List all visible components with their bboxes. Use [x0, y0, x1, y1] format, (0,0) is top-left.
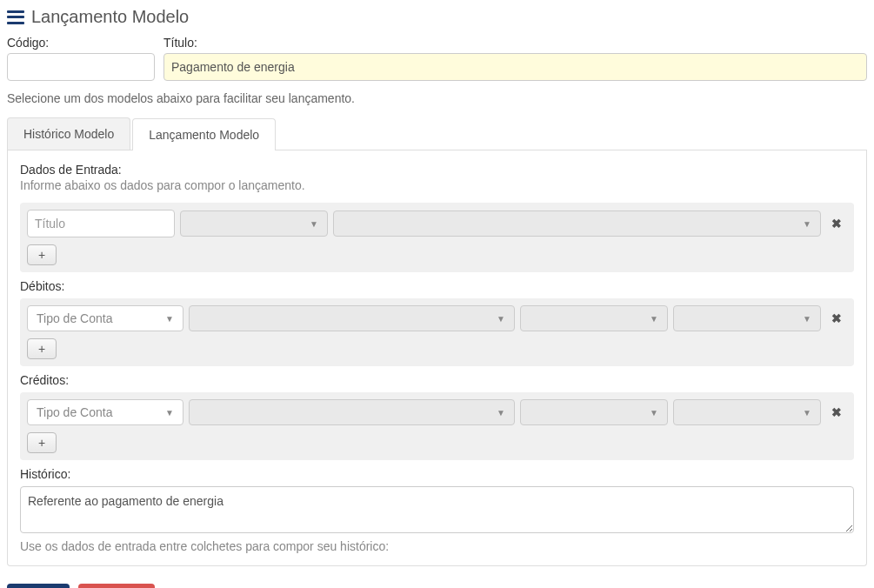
caret-down-icon: ▼	[803, 314, 811, 324]
caret-down-icon: ▼	[803, 219, 811, 229]
remove-row-icon[interactable]: ✖	[826, 311, 847, 325]
creditos-tipo-conta-select[interactable]: Tipo de Conta ▼	[27, 399, 183, 425]
dados-entrada-panel: ▼ ▼ ✖ +	[20, 203, 854, 272]
debitos-panel: Tipo de Conta ▼ ▼ ▼ ▼ ✖ +	[20, 298, 854, 366]
add-creditos-button[interactable]: +	[27, 432, 57, 453]
models-hint: Selecione um dos modelos abaixo para fac…	[7, 91, 867, 105]
debitos-select-3[interactable]: ▼	[520, 305, 668, 331]
debitos-select-4[interactable]: ▼	[673, 305, 821, 331]
caret-down-icon: ▼	[650, 314, 658, 324]
creditos-select-4[interactable]: ▼	[673, 399, 821, 425]
caret-down-icon: ▼	[650, 408, 658, 418]
caret-down-icon: ▼	[497, 314, 505, 324]
debitos-tipo-conta-select[interactable]: Tipo de Conta ▼	[27, 305, 183, 331]
page-title: Lançamento Modelo	[31, 7, 189, 27]
historico-label: Histórico:	[20, 467, 854, 481]
creditos-select-2[interactable]: ▼	[189, 399, 515, 425]
codigo-label: Código:	[7, 36, 155, 50]
tab-historico-modelo[interactable]: Histórico Modelo	[7, 117, 130, 150]
cancel-button[interactable]: Cancelar	[78, 584, 155, 588]
tab-lancamento-modelo[interactable]: Lançamento Modelo	[132, 118, 276, 150]
dados-entrada-sub: Informe abaixo os dados para compor o la…	[20, 178, 854, 192]
debitos-label: Débitos:	[20, 279, 854, 293]
caret-down-icon: ▼	[803, 408, 811, 418]
menu-icon[interactable]	[7, 10, 24, 24]
titulo-label: Título:	[163, 36, 867, 50]
creditos-panel: Tipo de Conta ▼ ▼ ▼ ▼ ✖ +	[20, 392, 854, 460]
caret-down-icon: ▼	[310, 219, 318, 229]
dados-select-2[interactable]: ▼	[333, 210, 821, 237]
remove-row-icon[interactable]: ✖	[826, 217, 847, 231]
titulo-input[interactable]	[163, 53, 867, 81]
dados-titulo-input[interactable]	[27, 210, 175, 237]
debitos-select-2[interactable]: ▼	[189, 305, 515, 331]
tabs: Histórico Modelo Lançamento Modelo	[7, 117, 867, 150]
caret-down-icon: ▼	[165, 408, 174, 418]
historico-textarea[interactable]	[20, 486, 854, 533]
caret-down-icon: ▼	[497, 408, 505, 418]
remove-row-icon[interactable]: ✖	[826, 405, 847, 419]
dados-select-1[interactable]: ▼	[180, 210, 328, 237]
select-value: Tipo de Conta	[37, 311, 112, 325]
historico-note: Use os dados de entrada entre colchetes …	[20, 539, 854, 553]
select-value: Tipo de Conta	[37, 405, 112, 419]
tab-content: Dados de Entrada: Informe abaixo os dado…	[7, 150, 867, 566]
creditos-select-3[interactable]: ▼	[520, 399, 668, 425]
caret-down-icon: ▼	[165, 314, 174, 324]
codigo-input[interactable]	[7, 53, 155, 81]
add-debitos-button[interactable]: +	[27, 338, 57, 359]
add-dados-button[interactable]: +	[27, 244, 57, 265]
save-button[interactable]: Salvar	[7, 584, 70, 588]
creditos-label: Créditos:	[20, 373, 854, 387]
dados-entrada-title: Dados de Entrada:	[20, 163, 854, 177]
